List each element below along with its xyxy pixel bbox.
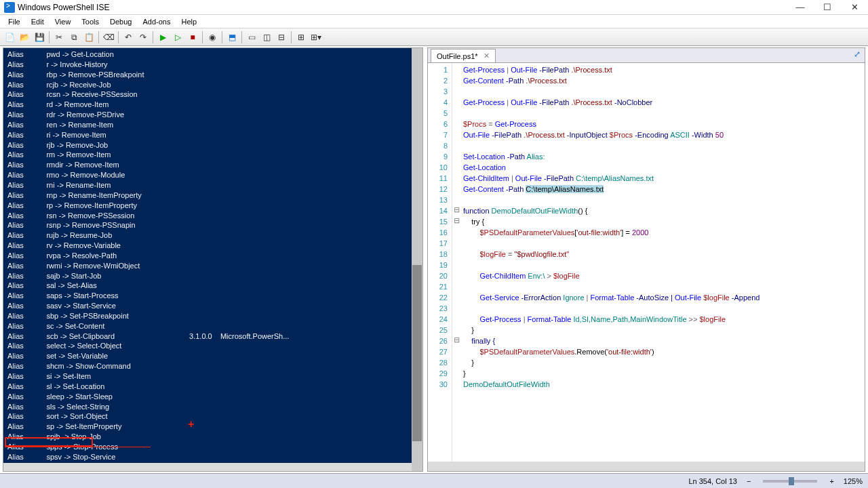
window-title: Windows PowerShell ISE xyxy=(18,3,109,12)
menu-view[interactable]: View xyxy=(50,16,77,27)
app-icon xyxy=(4,2,15,13)
menu-tools[interactable]: Tools xyxy=(76,16,104,27)
save-icon[interactable]: 💾 xyxy=(33,30,46,44)
layout2-icon[interactable]: ◫ xyxy=(260,30,273,44)
status-bar: Ln 354, Col 13 − + 125% xyxy=(0,473,868,488)
zoom-in-icon[interactable]: + xyxy=(829,477,833,485)
annotation-line xyxy=(5,447,151,447)
title-bar: Windows PowerShell ISE — ☐ ✕ xyxy=(0,0,868,15)
new-icon[interactable]: 📄 xyxy=(3,30,16,44)
cut-icon[interactable]: ✂ xyxy=(52,30,66,44)
file-tab[interactable]: OutFile.ps1* ✕ xyxy=(431,49,496,62)
copy-icon[interactable]: ⧉ xyxy=(67,30,81,44)
expand-pane-icon[interactable]: ⤢ xyxy=(854,49,863,59)
redo-icon[interactable]: ↷ xyxy=(136,30,150,44)
editor-tab-strip: OutFile.ps1* ✕ xyxy=(428,48,865,63)
menu-debug[interactable]: Debug xyxy=(104,16,137,27)
toolbar-separator xyxy=(98,31,99,43)
command-addon-icon[interactable]: ⊞ xyxy=(294,30,308,44)
minimize-button[interactable]: — xyxy=(787,0,814,15)
cursor-position: Ln 354, Col 13 xyxy=(688,477,737,485)
layout-icon[interactable]: ▭ xyxy=(245,30,258,44)
clear-icon[interactable]: ⌫ xyxy=(102,30,115,44)
menu-bar: File Edit View Tools Debug Add-ons Help xyxy=(0,15,868,28)
annotation-marker: + xyxy=(188,417,194,432)
layout3-icon[interactable]: ⊟ xyxy=(275,30,288,44)
stop-icon[interactable]: ■ xyxy=(186,30,199,44)
command-addon2-icon[interactable]: ⊞▾ xyxy=(309,30,323,44)
run-selection-icon[interactable]: ▷ xyxy=(171,30,184,44)
zoom-level: 125% xyxy=(844,477,863,485)
menu-edit[interactable]: Edit xyxy=(26,16,50,27)
line-numbers: 1234567891011121314151617181920212223242… xyxy=(428,63,452,471)
maximize-button[interactable]: ☐ xyxy=(814,0,841,15)
annotation-box xyxy=(5,437,93,447)
script-editor-pane: ⤢ OutFile.ps1* ✕ 12345678910111213141516… xyxy=(427,47,865,472)
paste-icon[interactable]: 📋 xyxy=(82,30,96,44)
menu-help[interactable]: Help xyxy=(176,16,202,27)
console-scrollbar[interactable] xyxy=(412,48,422,471)
file-tab-label: OutFile.ps1* xyxy=(437,52,478,60)
console-scrollbar-thumb[interactable] xyxy=(412,265,422,441)
toolbar-separator xyxy=(202,31,203,43)
zoom-slider[interactable] xyxy=(763,480,817,483)
undo-icon[interactable]: ↶ xyxy=(121,30,135,44)
new-remote-tab-icon[interactable]: ⬒ xyxy=(225,30,239,44)
console-h-scrollbar[interactable] xyxy=(3,463,412,471)
run-script-icon[interactable]: ▶ xyxy=(156,30,170,44)
fold-column[interactable]: ⊟⊟⊟ xyxy=(452,63,460,471)
console-pane[interactable]: Alias pwd -> Get-Location Alias r -> Inv… xyxy=(3,47,423,472)
editor-h-scrollbar[interactable] xyxy=(428,462,865,471)
menu-addons[interactable]: Add-ons xyxy=(137,16,176,27)
code-editor[interactable]: Get-Process | Out-File -FilePath .\Proce… xyxy=(460,63,865,471)
tab-close-icon[interactable]: ✕ xyxy=(482,52,491,60)
toolbar-separator xyxy=(118,31,119,43)
toolbar-separator xyxy=(241,31,242,43)
menu-file[interactable]: File xyxy=(3,16,26,27)
toolbar-separator xyxy=(291,31,292,43)
toolbar-separator xyxy=(222,31,222,43)
toolbar-separator xyxy=(153,31,153,43)
close-button[interactable]: ✕ xyxy=(841,0,868,15)
open-icon[interactable]: 📂 xyxy=(18,30,31,44)
toolbar: 📄 📂 💾 ✂ ⧉ 📋 ⌫ ↶ ↷ ▶ ▷ ■ ◉ ⬒ ▭ ◫ ⊟ ⊞ ⊞▾ xyxy=(0,28,868,46)
breakpoint-icon[interactable]: ◉ xyxy=(205,30,219,44)
toolbar-separator xyxy=(49,31,50,43)
zoom-out-icon[interactable]: − xyxy=(747,477,751,485)
